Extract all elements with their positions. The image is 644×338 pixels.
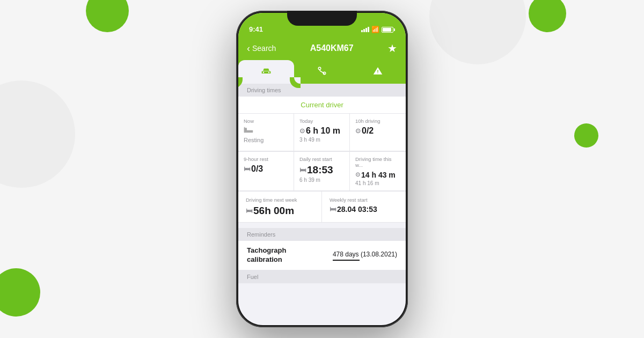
card-weekly-rest-value: 🛏 28.04 03:53 (330, 205, 398, 214)
svg-point-0 (318, 67, 321, 70)
card-next-week: Driving time next week 🛏 56h 00m (238, 192, 322, 223)
svg-rect-4 (244, 127, 245, 133)
decorative-circle-light-left (0, 80, 75, 188)
wifi-icon: 📶 (371, 26, 379, 33)
bed-icon-now (244, 126, 288, 136)
bed-icon-weekly: 🛏 (330, 205, 336, 213)
decorative-circle-mid-right (574, 123, 598, 148)
bed-icon-next-week: 🛏 (246, 207, 252, 215)
phone-screen: 9:41 📶 ‹ Search A540 (238, 13, 406, 325)
card-now-state: Resting (244, 137, 288, 143)
nav-bar: ‹ Search A540KM67 ★ (238, 36, 406, 60)
card-today-label: Today (299, 118, 344, 124)
battery-icon (382, 27, 395, 33)
card-driving-week-sub: 41 h 16 m (355, 180, 400, 186)
back-label: Search (252, 44, 276, 53)
route-icon (317, 66, 327, 78)
chevron-left-icon: ‹ (247, 43, 250, 53)
cards-row-2: 9-hour rest 🛏 0/3 Daily rest start 🛏 18:… (238, 151, 406, 191)
card-next-week-value: 🛏 56h 00m (246, 205, 314, 217)
bed-icon-9h: 🛏 (244, 165, 250, 173)
clock-icon-today: ⊙ (299, 127, 305, 135)
reminder-tachograph-label: Tachograph calibration (247, 246, 322, 264)
card-daily-rest: Daily rest start 🛏 18:53 6 h 39 m (294, 152, 350, 191)
card-next-week-label: Driving time next week (246, 197, 314, 203)
phone-mockup: 9:41 📶 ‹ Search A540 (236, 11, 408, 327)
bookmark-icon[interactable]: ★ (387, 42, 397, 55)
decorative-circle-bottom-left (0, 268, 40, 317)
card-weekly-rest-label: Weekly rest start (330, 197, 398, 203)
content-area: Driving times Current driver Now (238, 84, 406, 283)
bed-icon-daily: 🛏 (299, 166, 306, 174)
card-driving-week: Driving time this w... ⊙ 14 h 43 m 41 h … (350, 152, 406, 191)
tab-bar (238, 60, 406, 84)
back-button[interactable]: ‹ Search (247, 43, 276, 53)
clock-icon-10h: ⊙ (355, 127, 361, 135)
reminder-tachograph: Tachograph calibration 478 days (13.08.2… (238, 241, 406, 270)
tab-route[interactable] (294, 60, 350, 84)
warning-icon (373, 66, 383, 78)
car-icon (261, 67, 272, 78)
card-10h-driving: 10h driving ⊙ 0/2 (350, 114, 406, 151)
card-daily-rest-sub: 6 h 39 m (299, 177, 344, 183)
card-today-value: ⊙ 6 h 10 m (299, 126, 344, 136)
fuel-header: Fuel (238, 270, 406, 283)
decorative-circle-top-left (86, 0, 129, 32)
reminders-header: Reminders (238, 228, 406, 241)
reminder-progress-bar (333, 260, 360, 261)
page-title: A540KM67 (310, 43, 354, 53)
card-daily-rest-label: Daily rest start (299, 156, 344, 162)
phone-notch (287, 11, 357, 26)
reminder-tachograph-value: 478 days (13.08.2021) (333, 251, 397, 261)
reminders-section: Reminders Tachograph calibration 478 day… (238, 228, 406, 270)
phone-frame: 9:41 📶 ‹ Search A540 (236, 11, 408, 327)
tab-car[interactable] (238, 60, 294, 84)
card-10h-label: 10h driving (355, 118, 400, 124)
decorative-circle-light-top-right (429, 0, 526, 64)
card-daily-rest-value: 🛏 18:53 (299, 164, 344, 176)
card-driving-week-value: ⊙ 14 h 43 m (355, 171, 400, 179)
status-icons: 📶 (361, 26, 395, 33)
cards-row-3: Driving time next week 🛏 56h 00m Weekly … (238, 191, 406, 223)
signal-icon (361, 27, 369, 32)
card-today-sub: 3 h 49 m (299, 137, 344, 143)
driving-times-header: Driving times (238, 84, 406, 97)
status-time: 9:41 (249, 25, 263, 33)
card-now: Now Resting (238, 114, 294, 151)
card-9h-value: 🛏 0/3 (244, 164, 288, 174)
card-driving-week-label: Driving time this w... (355, 156, 400, 168)
decorative-circle-top-right (529, 0, 566, 32)
card-9h-rest: 9-hour rest 🛏 0/3 (238, 152, 294, 191)
tab-warning[interactable] (350, 60, 406, 84)
card-today: Today ⊙ 6 h 10 m 3 h 49 m (294, 114, 350, 151)
card-9h-label: 9-hour rest (244, 156, 288, 162)
current-driver-label: Current driver (238, 97, 406, 113)
card-10h-value: ⊙ 0/2 (355, 126, 400, 136)
card-weekly-rest: Weekly rest start 🛏 28.04 03:53 (322, 192, 406, 223)
clock-icon-week: ⊙ (355, 171, 360, 178)
cards-row-1: Now Resting Today (238, 113, 406, 151)
card-now-label: Now (244, 118, 288, 124)
